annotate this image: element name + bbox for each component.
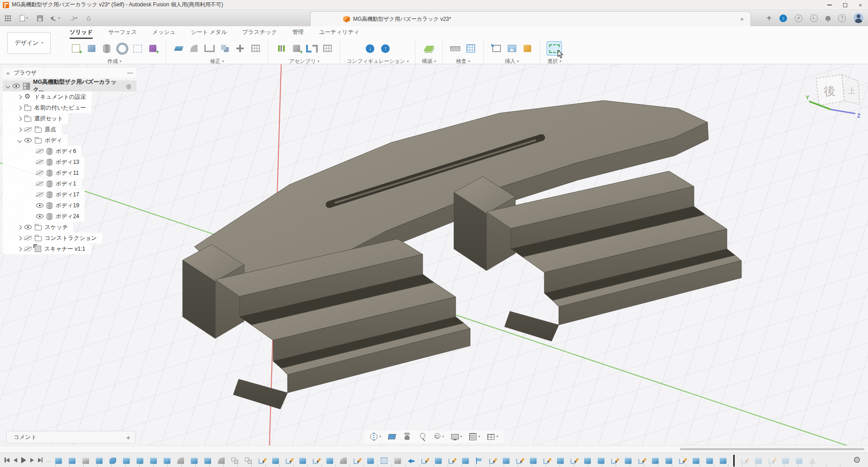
notifications-bell-icon[interactable] bbox=[826, 16, 830, 20]
home-button[interactable]: ⌂ bbox=[85, 12, 92, 24]
timeline-feature-extrude[interactable] bbox=[326, 457, 333, 464]
inspect-group-dropdown[interactable]: 検査▾ bbox=[456, 58, 470, 65]
extensions-upgrade-icon[interactable]: ↑ bbox=[779, 14, 787, 22]
timeline-feature-sketch[interactable] bbox=[448, 457, 455, 464]
grid-and-snaps-button[interactable]: ▾ bbox=[469, 433, 480, 441]
tree-item[interactable]: ボディ24 bbox=[3, 211, 85, 222]
construction-plane-button[interactable] bbox=[423, 42, 435, 55]
construct-group-dropdown[interactable]: 構築▾ bbox=[422, 58, 436, 65]
timeline-feature-align[interactable] bbox=[476, 457, 482, 464]
select-button[interactable] bbox=[547, 41, 562, 56]
timeline-feature-sketch[interactable] bbox=[313, 457, 320, 464]
press-pull-button[interactable] bbox=[172, 42, 185, 55]
job-status-clock-icon[interactable] bbox=[810, 14, 818, 22]
app-grid-icon[interactable] bbox=[4, 12, 12, 24]
tree-item[interactable]: ドキュメントの設定 bbox=[3, 91, 92, 102]
visibility-eye-icon[interactable] bbox=[24, 247, 32, 251]
chevron-right-icon[interactable] bbox=[18, 247, 22, 251]
tab-manage[interactable]: 管理 bbox=[292, 29, 304, 39]
fillet-button[interactable] bbox=[188, 42, 200, 55]
new-component-button[interactable] bbox=[146, 42, 159, 55]
redo-button[interactable]: ▾ bbox=[68, 12, 78, 24]
usage-meter-icon[interactable] bbox=[795, 14, 802, 22]
timeline-feature-sketch[interactable] bbox=[679, 457, 686, 464]
timeline-feature-extrude[interactable] bbox=[150, 457, 157, 464]
canvas-button[interactable] bbox=[505, 42, 518, 55]
timeline-settings-gear-icon[interactable]: ⚙ bbox=[853, 455, 863, 465]
tab-surface[interactable]: サーフェス bbox=[108, 29, 137, 39]
joint-button[interactable] bbox=[306, 42, 318, 55]
timeline-feature-fillet[interactable] bbox=[340, 457, 347, 464]
timeline-feature-extrude[interactable] bbox=[462, 457, 469, 464]
timeline-feature-sketch[interactable] bbox=[611, 457, 618, 464]
panel-collapse-icon[interactable]: « bbox=[6, 70, 9, 76]
visibility-eye-icon[interactable] bbox=[36, 203, 43, 208]
user-avatar[interactable] bbox=[854, 13, 863, 23]
timeline-feature-sketch[interactable] bbox=[489, 457, 496, 464]
timeline-feature-extrude[interactable] bbox=[55, 457, 62, 464]
tree-item[interactable]: ボディ6 bbox=[3, 146, 81, 157]
visibility-eye-icon[interactable] bbox=[24, 138, 32, 143]
timeline-feature-sketch[interactable] bbox=[286, 457, 292, 464]
tree-item[interactable]: スケッチ bbox=[3, 222, 73, 233]
insert-derive-button[interactable] bbox=[490, 42, 503, 55]
visibility-eye-icon[interactable] bbox=[36, 160, 43, 164]
tree-item[interactable]: スキャナー v1:1 bbox=[3, 243, 91, 254]
move-copy-button[interactable] bbox=[234, 42, 246, 55]
visibility-eye-icon[interactable] bbox=[36, 171, 43, 175]
chevron-right-icon[interactable] bbox=[18, 95, 22, 99]
visibility-eye-icon[interactable] bbox=[36, 181, 43, 186]
minimize-button[interactable] bbox=[822, 0, 837, 10]
timeline-feature-extrude[interactable] bbox=[782, 457, 789, 464]
activate-component-icon[interactable]: ◎ bbox=[126, 83, 131, 90]
timeline-feature-move[interactable] bbox=[381, 457, 387, 464]
timeline-position-marker[interactable] bbox=[733, 455, 735, 467]
timeline-feature-extrude[interactable] bbox=[204, 457, 211, 464]
timeline-feature-extrude[interactable] bbox=[272, 457, 279, 464]
timeline-feature-blob[interactable] bbox=[109, 457, 116, 464]
zoom-button[interactable] bbox=[418, 433, 426, 441]
undo-button[interactable]: ▾ bbox=[51, 12, 61, 24]
timeline-feature-sketch[interactable] bbox=[259, 457, 265, 464]
timeline-feature-extrude[interactable] bbox=[652, 457, 659, 464]
3d-viewport[interactable]: « ブラウザ — MG高機動型ザク用バズーカラック...◎ドキュメントの設定名前… bbox=[0, 64, 868, 445]
timeline-feature-fillet[interactable] bbox=[218, 457, 225, 464]
chevron-right-icon[interactable] bbox=[18, 116, 22, 121]
tree-item[interactable]: 選択セット bbox=[3, 113, 68, 124]
close-button[interactable]: × bbox=[853, 0, 868, 10]
chevron-down-icon[interactable] bbox=[6, 84, 10, 88]
primitive-torus-button[interactable] bbox=[116, 42, 128, 55]
primitive-box-button[interactable] bbox=[85, 42, 98, 55]
tree-item[interactable]: ボディ17 bbox=[3, 189, 85, 200]
timeline-feature-extrude[interactable] bbox=[435, 457, 442, 464]
timeline-feature-sketch[interactable] bbox=[769, 457, 775, 464]
capture-position-button[interactable] bbox=[275, 42, 288, 55]
configuration-button[interactable] bbox=[364, 42, 377, 55]
shell-button[interactable] bbox=[203, 42, 216, 55]
primitive-cylinder-button[interactable] bbox=[100, 42, 113, 55]
tree-item[interactable]: ボディ19 bbox=[3, 200, 85, 211]
tab-utilities[interactable]: ユーティリティ bbox=[319, 29, 359, 39]
timeline-feature-extrude[interactable] bbox=[503, 457, 509, 464]
chevron-right-icon[interactable] bbox=[18, 236, 22, 240]
fit-button[interactable]: ▾ bbox=[433, 433, 444, 441]
timeline-feature-extrude[interactable] bbox=[530, 457, 537, 464]
timeline-scrollbar[interactable] bbox=[680, 448, 864, 450]
tree-item[interactable]: ボディ11 bbox=[3, 167, 84, 178]
timeline-feature-extrude[interactable] bbox=[584, 457, 591, 464]
timeline-feature-sketch[interactable] bbox=[571, 457, 577, 464]
tree-item[interactable]: MG高機動型ザク用バズーカラック...◎ bbox=[3, 81, 137, 91]
configuration-group-dropdown[interactable]: コンフィギュレーション▾ bbox=[347, 58, 409, 65]
pan-button[interactable] bbox=[403, 433, 411, 441]
chevron-right-icon[interactable] bbox=[18, 105, 22, 110]
tree-item[interactable]: 原点 bbox=[3, 124, 61, 135]
timeline-feature-sketch[interactable] bbox=[638, 457, 645, 464]
add-comment-button[interactable]: + bbox=[126, 434, 135, 441]
timeline-feature-extrude[interactable] bbox=[299, 457, 306, 464]
timeline-feature-extrude[interactable] bbox=[796, 457, 802, 464]
combine-button[interactable] bbox=[218, 42, 231, 55]
orbit-button[interactable]: ▾ bbox=[370, 433, 381, 441]
help-icon[interactable]: ? bbox=[838, 14, 846, 22]
section-analysis-button[interactable] bbox=[464, 42, 477, 55]
timeline-feature-strip[interactable] bbox=[55, 453, 849, 467]
